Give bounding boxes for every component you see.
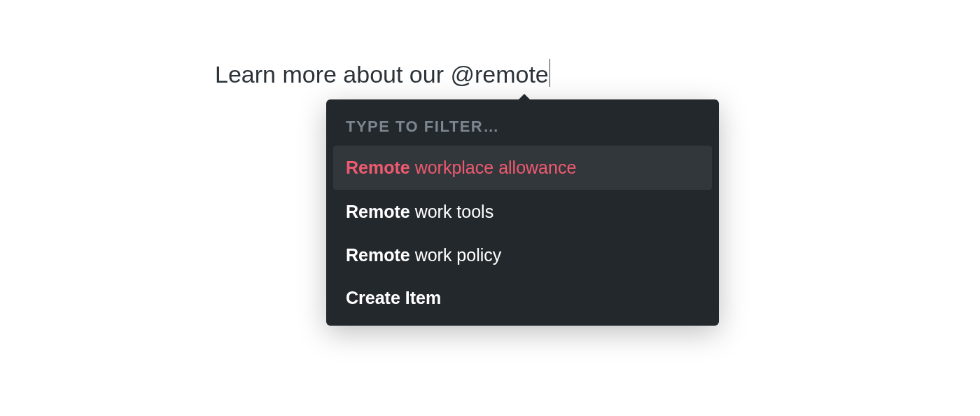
suggestion-item[interactable]: Remote workplace allowance bbox=[333, 146, 712, 190]
suggestion-match-text: Remote bbox=[346, 202, 410, 221]
create-item-button[interactable]: Create Item bbox=[333, 277, 712, 319]
suggestion-item[interactable]: Remote work tools bbox=[333, 190, 712, 234]
text-cursor bbox=[550, 59, 551, 87]
suggestion-match-text: Remote bbox=[346, 245, 410, 265]
filter-hint-label: TYPE TO FILTER… bbox=[333, 106, 712, 146]
dropdown-arrow-icon bbox=[517, 94, 531, 101]
suggestion-rest-text: workplace allowance bbox=[410, 158, 577, 177]
editor-text-before: Learn more about our bbox=[215, 61, 450, 88]
editor-mention-text: @remote bbox=[450, 61, 548, 88]
suggestion-item[interactable]: Remote work policy bbox=[333, 233, 712, 277]
editor-input-line[interactable]: Learn more about our @remote bbox=[215, 55, 550, 88]
suggestion-match-text: Remote bbox=[346, 158, 410, 177]
suggestion-rest-text: work tools bbox=[410, 202, 493, 221]
mention-suggestion-dropdown: TYPE TO FILTER… Remote workplace allowan… bbox=[326, 99, 719, 326]
suggestion-rest-text: work policy bbox=[410, 245, 502, 265]
